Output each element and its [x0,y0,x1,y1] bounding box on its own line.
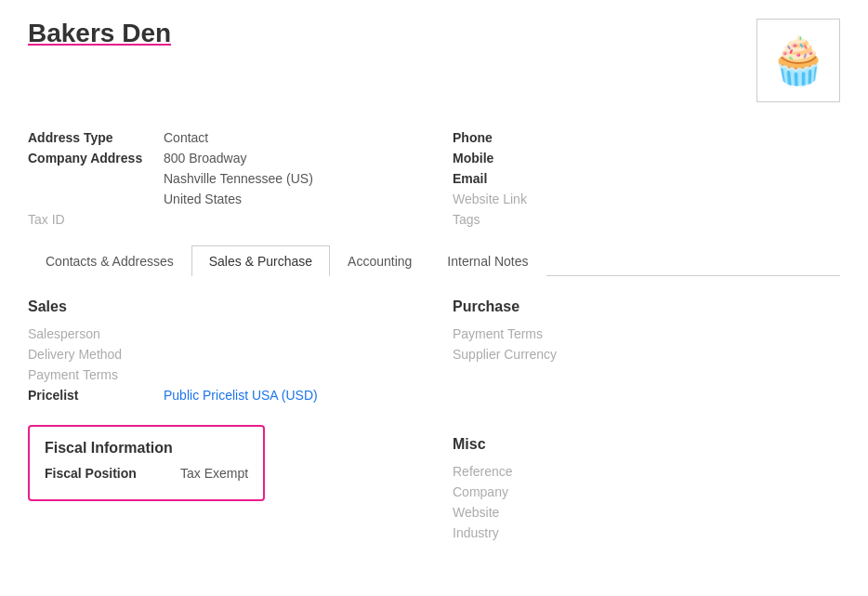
misc-section: Misc Reference Company Website Industry [453,436,840,540]
pricelist-row: Pricelist Public Pricelist USA (USD) [28,388,415,403]
country-value: United States [164,192,242,206]
email-row: Email [453,171,840,186]
industry-row: Industry [453,525,840,540]
company-title[interactable]: Bakers Den [28,19,171,48]
pricelist-label: Pricelist [28,388,149,403]
contact-info: Address Type Contact Company Address 800… [28,130,840,227]
delivery-method-row: Delivery Method [28,347,415,362]
fiscal-position-value: Tax Exempt [180,466,248,481]
payment-terms-sales-row: Payment Terms [28,367,415,382]
tab-bar: Contacts & Addresses Sales & Purchase Ac… [28,245,840,276]
phone-label: Phone [453,130,573,145]
right-column: Purchase Payment Terms Supplier Currency… [453,298,840,563]
payment-terms-purchase-row: Payment Terms [453,326,840,341]
website-row: Website Link [453,192,840,206]
contact-left: Address Type Contact Company Address 800… [28,130,415,227]
pricelist-value[interactable]: Public Pricelist USA (USD) [164,388,318,403]
mobile-label: Mobile [453,151,573,166]
country-label-empty [28,192,149,206]
payment-terms-sales-label: Payment Terms [28,367,149,382]
tab-sales-purchase[interactable]: Sales & Purchase [191,245,330,276]
address-type-row: Address Type Contact [28,130,415,145]
salesperson-row: Salesperson [28,326,415,341]
company-logo: 🧁 [756,19,840,102]
salesperson-label: Salesperson [28,326,149,341]
website-link-label: Website Link [453,192,527,206]
tags-label: Tags [453,212,480,227]
misc-heading: Misc [453,436,840,453]
email-label: Email [453,171,573,186]
mobile-row: Mobile [453,151,840,166]
country-row: United States [28,192,415,206]
supplier-currency-label: Supplier Currency [453,347,573,362]
company-address-value: 800 Broadway [164,151,247,166]
purchase-section: Purchase Payment Terms Supplier Currency [453,298,840,362]
city-row: Nashville Tennessee (US) [28,171,415,186]
reference-label: Reference [453,464,573,479]
fiscal-position-label: Fiscal Position [45,466,165,481]
company-label: Company [453,484,573,499]
company-address-label: Company Address [28,151,149,166]
company-address-row: Company Address 800 Broadway [28,151,415,166]
fiscal-information-box: Fiscal Information Fiscal Position Tax E… [28,425,265,501]
phone-row: Phone [453,130,840,145]
city-value: Nashville Tennessee (US) [164,171,313,186]
header: Bakers Den 🧁 [28,19,840,102]
address-type-label: Address Type [28,130,149,145]
contact-right: Phone Mobile Email Website Link Tags [453,130,840,227]
tab-content: Sales Salesperson Delivery Method Paymen… [28,298,840,563]
sales-heading: Sales [28,298,415,315]
left-column: Sales Salesperson Delivery Method Paymen… [28,298,415,563]
tax-id-row: Tax ID [28,212,415,227]
city-label-empty [28,171,149,186]
tab-internal-notes[interactable]: Internal Notes [429,245,546,276]
payment-terms-purchase-label: Payment Terms [453,326,573,341]
website-misc-label: Website [453,505,573,520]
tab-accounting[interactable]: Accounting [330,245,429,276]
tax-id-label: Tax ID [28,212,65,227]
fiscal-heading: Fiscal Information [45,440,248,457]
industry-label: Industry [453,525,573,540]
tab-contacts-addresses[interactable]: Contacts & Addresses [28,245,191,276]
delivery-method-label: Delivery Method [28,347,149,362]
tags-row: Tags [453,212,840,227]
supplier-currency-row: Supplier Currency [453,347,840,362]
company-row: Company [453,484,840,499]
website-misc-row: Website [453,505,840,520]
logo-emoji: 🧁 [769,33,827,87]
address-type-value: Contact [164,130,208,145]
sales-section: Sales Salesperson Delivery Method Paymen… [28,298,415,403]
reference-row: Reference [453,464,840,479]
purchase-heading: Purchase [453,298,840,315]
fiscal-position-row: Fiscal Position Tax Exempt [45,466,248,481]
